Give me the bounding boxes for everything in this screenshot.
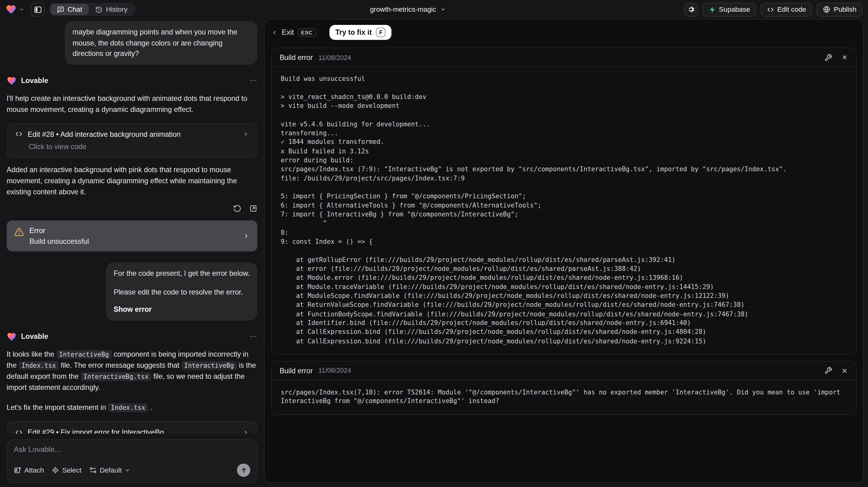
edit-title: Edit #28 • Add interactive background an… — [28, 130, 181, 139]
select-label: Select — [62, 466, 82, 474]
show-error-link[interactable]: Show error — [114, 304, 152, 315]
edit-code-button[interactable]: Edit code — [761, 2, 812, 16]
tab-chat[interactable]: Chat — [51, 4, 89, 15]
chat-bubble-icon — [57, 6, 64, 13]
build-error-card[interactable]: Error Build unsuccessful — [7, 220, 257, 251]
assistant-header: Lovable — [7, 75, 257, 86]
supabase-bolt-icon — [709, 6, 716, 13]
error-overlay-panel: Exit ESC Try to fix it F Build error 11/… — [264, 19, 864, 483]
attach-button[interactable]: Attach — [14, 466, 44, 474]
close-error-button[interactable] — [841, 367, 848, 374]
sidebar-toggle-button[interactable] — [31, 2, 45, 16]
chevron-down-icon — [124, 467, 130, 473]
mode-label: Default — [100, 466, 122, 474]
top-header: Chat History growth-metrics-magic — [0, 0, 868, 19]
text-segment: It looks like the — [7, 350, 56, 358]
mode-selector[interactable]: Default — [89, 466, 130, 474]
chat-input-placeholder[interactable]: Ask Lovable... — [14, 445, 250, 454]
tab-history-label: History — [106, 5, 128, 13]
sliders-icon — [89, 466, 97, 474]
settings-button[interactable] — [684, 2, 698, 16]
wrench-icon — [824, 367, 832, 374]
text-segment: file. The error message suggests that — [59, 361, 181, 369]
edit-28-card[interactable]: Edit #28 • Add interactive background an… — [7, 123, 257, 157]
chat-input-toolbar: Attach Select Default — [14, 464, 250, 477]
tab-history[interactable]: History — [89, 4, 134, 15]
chevron-right-icon — [243, 429, 249, 434]
publish-button[interactable]: Publish — [817, 2, 863, 16]
chat-messages[interactable]: maybe diagramming points and when you mo… — [7, 21, 257, 433]
tab-chat-label: Chat — [68, 5, 82, 13]
lovable-heart-logo — [5, 4, 17, 15]
locate-icon — [52, 466, 59, 474]
view-code-link[interactable]: Click to view code — [15, 142, 249, 151]
assistant-message: I'll help create an interactive backgrou… — [7, 93, 257, 115]
build-error-header: Build error 11/08/2024 — [272, 362, 856, 380]
edit-title: Edit #29 • Fix import error for Interact… — [28, 428, 164, 433]
exit-button[interactable]: Exit ESC — [271, 28, 316, 37]
build-error-log[interactable]: Build was unsuccessful > vite_react_shad… — [272, 67, 856, 354]
fix-error-button[interactable] — [824, 367, 832, 374]
assistant-message: Added an interactive background with pin… — [7, 164, 257, 198]
text-segment: . — [148, 403, 152, 412]
warning-triangle-icon — [14, 227, 24, 237]
panel-left-icon — [34, 5, 42, 13]
chevron-right-icon — [243, 131, 249, 138]
message-actions — [7, 205, 257, 213]
edit-29-card[interactable]: Edit #29 • Fix import error for Interact… — [7, 422, 257, 434]
external-link-icon — [249, 205, 257, 213]
error-card-title: Error — [29, 226, 89, 235]
image-plus-icon — [14, 466, 22, 474]
code-brackets-icon — [15, 130, 23, 138]
build-error-log[interactable]: src/pages/Index.tsx(7,10): error TS2614:… — [272, 380, 856, 414]
history-icon — [96, 6, 103, 13]
assistant-message: Let's fix the import statement in Index.… — [7, 402, 257, 413]
lovable-app: Chat History growth-metrics-magic — [0, 0, 868, 487]
edit-code-label: Edit code — [777, 5, 806, 13]
globe-icon — [823, 5, 831, 13]
select-element-button[interactable]: Select — [52, 466, 82, 474]
project-name: growth-metrics-magic — [370, 5, 436, 13]
try-to-fix-button[interactable]: Try to fix it F — [329, 25, 392, 40]
close-icon — [841, 54, 848, 61]
user-message: For the code present, I get the error be… — [106, 263, 257, 321]
attach-label: Attach — [24, 466, 44, 474]
chevron-down-icon — [19, 7, 24, 12]
chat-input[interactable]: Ask Lovable... Attach Select — [7, 439, 257, 483]
header-actions: Supabase Edit code Publish — [684, 2, 863, 16]
build-error-panel-2: Build error 11/08/2024 — [271, 361, 857, 415]
close-icon — [841, 367, 848, 374]
assistant-message: It looks like the InteractiveBg componen… — [7, 348, 257, 393]
inline-code: Index.tsx — [108, 403, 148, 412]
inline-code: InteractiveBg — [56, 350, 112, 359]
build-error-title: Build error — [280, 366, 313, 375]
error-card-subtitle: Build unsuccessful — [29, 237, 89, 245]
esc-key-badge: ESC — [298, 28, 316, 37]
code-brackets-icon — [15, 429, 23, 433]
open-preview-button[interactable] — [249, 205, 257, 213]
send-button[interactable] — [237, 464, 250, 477]
assistant-name: Lovable — [21, 77, 48, 85]
error-panel-toolbar: Exit ESC Try to fix it F — [265, 19, 863, 44]
user-message: maybe diagramming points and when you mo… — [65, 21, 257, 64]
ellipsis-icon — [249, 77, 257, 85]
code-brackets-icon — [767, 6, 774, 13]
supabase-button[interactable]: Supabase — [702, 2, 756, 16]
wrench-icon — [824, 54, 832, 61]
chevron-right-icon — [243, 233, 250, 240]
logo-menu[interactable] — [5, 4, 24, 15]
inline-code: InteractiveBg.tsx — [81, 372, 151, 381]
build-error-panel-1: Build error 11/08/2024 — [271, 48, 857, 355]
fix-error-button[interactable] — [824, 54, 832, 61]
inline-code: Index.tsx — [19, 361, 59, 370]
chat-history-tabs: Chat History — [49, 3, 135, 16]
message-menu-button[interactable] — [249, 332, 257, 341]
restore-button[interactable] — [233, 205, 241, 213]
close-error-button[interactable] — [841, 54, 848, 61]
chevron-down-icon — [440, 7, 446, 12]
chat-sidebar: maybe diagramming points and when you mo… — [0, 19, 264, 487]
f-key-badge: F — [376, 28, 386, 37]
message-menu-button[interactable] — [249, 77, 257, 85]
project-switcher[interactable]: growth-metrics-magic — [370, 5, 446, 13]
user-message-line: Please edit the code to resolve the erro… — [114, 287, 250, 298]
